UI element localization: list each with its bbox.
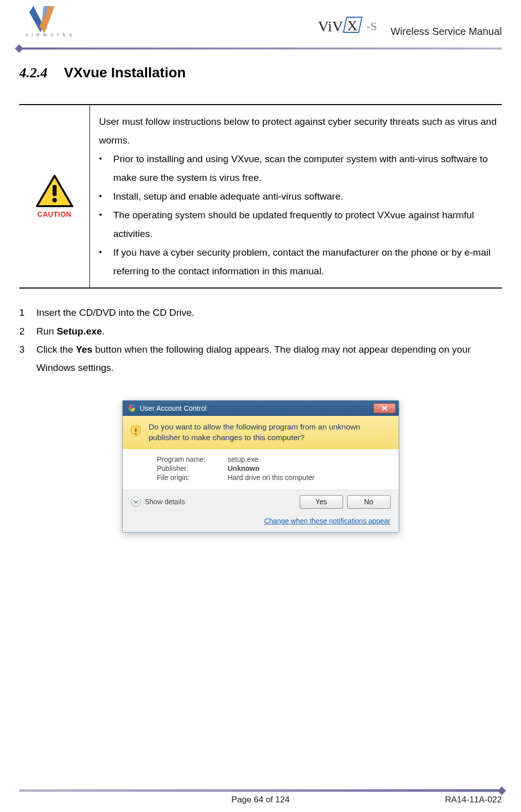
step-text: Run Setup.exe. (36, 322, 502, 341)
uac-banner-text: Do you want to allow the following progr… (149, 422, 391, 443)
svg-rect-5 (53, 185, 57, 196)
step-number: 2 (19, 322, 36, 341)
caution-box: CAUTION User must follow instructions be… (19, 104, 502, 289)
uac-publisher-value: Unknown (228, 464, 260, 472)
show-details-label: Show details (145, 498, 185, 506)
svg-text:ViV: ViV (318, 18, 343, 34)
section-number: 4.2.4 (19, 65, 48, 80)
header-right-group: ViV X -S Wireless Service Manual (318, 15, 502, 38)
svg-text:X: X (347, 18, 357, 33)
chevron-down-icon (131, 497, 141, 507)
step-number: 3 (19, 341, 36, 377)
vivix-s-logo: ViV X -S (318, 15, 384, 38)
caution-bullet: If you have a cyber security problem, co… (113, 243, 497, 280)
close-icon (382, 406, 388, 411)
caution-content: User must follow instructions below to p… (90, 105, 502, 288)
caution-intro: User must follow instructions below to p… (99, 112, 497, 150)
install-steps: 1 Insert the CD/DVD into the CD Drive. 2… (19, 304, 502, 376)
uac-publisher-label: Publisher: (157, 464, 228, 472)
uac-program-value: setup.exe (228, 455, 259, 463)
uac-title-text: User Account Control (140, 404, 207, 412)
vieworks-logo: v i e w o r k s (24, 3, 85, 38)
step-1: 1 Insert the CD/DVD into the CD Drive. (19, 304, 502, 322)
page-header: v i e w o r k s ViV X -S Wireless Servic… (19, 10, 502, 50)
step-3: 3 Click the Yes button when the followin… (19, 341, 502, 377)
footer-diamond-icon (498, 787, 506, 795)
footer-rule (19, 789, 502, 792)
caution-icon-cell: CAUTION (19, 105, 90, 288)
vieworks-logo-text: v i e w o r k s (25, 31, 73, 37)
step-2: 2 Run Setup.exe. (19, 322, 502, 341)
yes-button[interactable]: Yes (300, 495, 343, 509)
shield-warning-icon (130, 422, 142, 440)
step-text: Click the Yes button when the following … (36, 341, 502, 377)
no-button[interactable]: No (347, 495, 391, 509)
warning-triangle-icon (36, 175, 73, 208)
caution-bullet: The operating system should be updated f… (113, 206, 497, 243)
uac-program-label: Program name: (157, 455, 228, 463)
uac-link-row: Change when these notifications appear (123, 514, 399, 532)
caution-label: CAUTION (37, 210, 71, 218)
step-text: Insert the CD/DVD into the CD Drive. (36, 304, 502, 322)
uac-origin-label: File origin: (157, 473, 228, 482)
change-notifications-link[interactable]: Change when these notifications appear (264, 517, 391, 525)
uac-dialog: User Account Control Do you want to allo… (122, 400, 399, 533)
uac-button-row: Show details Yes No (123, 490, 399, 514)
uac-banner: Do you want to allow the following progr… (123, 416, 399, 449)
shield-icon (128, 404, 136, 412)
caution-bullet: Install, setup and enable adequate anti-… (113, 187, 497, 206)
svg-point-6 (52, 198, 57, 202)
document-title: Wireless Service Manual (391, 26, 502, 37)
show-details-toggle[interactable]: Show details (131, 497, 185, 507)
page-footer: Page 64 of 124 RA14-11A-022 (19, 789, 502, 805)
step-number: 1 (19, 304, 36, 322)
uac-body: Program name:setup.exe Publisher:Unknown… (123, 449, 399, 490)
page-number: Page 64 of 124 (19, 795, 502, 805)
caution-bullet: Prior to installing and using VXvue, sca… (113, 150, 497, 187)
header-rule (19, 47, 502, 50)
uac-titlebar: User Account Control (123, 401, 399, 416)
svg-rect-7 (135, 428, 136, 432)
close-button[interactable] (373, 403, 396, 413)
svg-point-8 (135, 433, 136, 435)
section-heading: 4.2.4 VXvue Installation (19, 65, 502, 81)
section-title: VXvue Installation (64, 65, 185, 80)
svg-text:-S: -S (366, 20, 377, 33)
uac-origin-value: Hard drive on this computer (228, 473, 315, 482)
